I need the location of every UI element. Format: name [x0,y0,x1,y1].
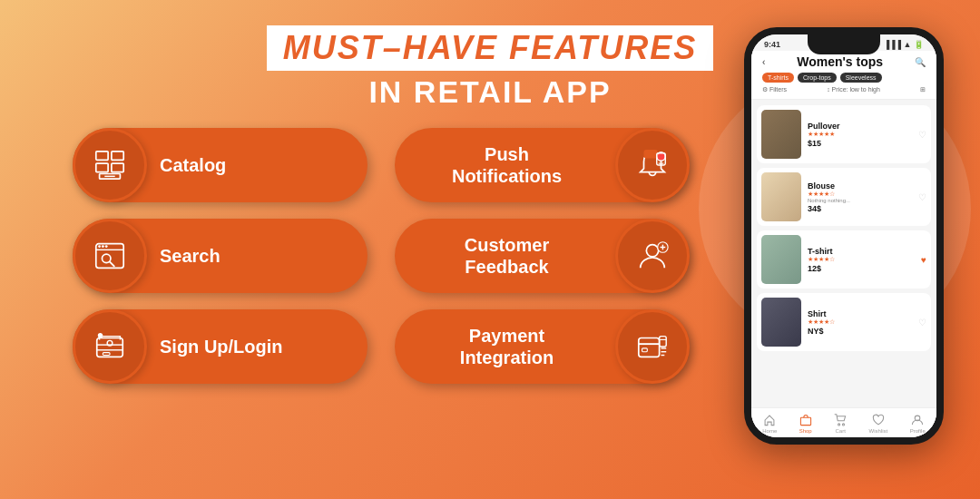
phone-mockup: 9:41 ▐▐▐ ▲ 🔋 ‹ Women's tops 🔍 T-shirts C… [735,27,953,472]
product-price: 12$ [808,264,835,273]
back-search-row: ‹ Women's tops 🔍 [762,54,926,69]
search-label: Search [147,245,237,267]
product-stars: ★★★★☆ [808,256,835,263]
catalog-label: Catalog [147,154,242,176]
product-name: Blouse [808,181,850,191]
bell-icon [635,148,670,182]
customer-feedback-icon-circle [615,219,690,293]
product-image-pullover [761,110,801,159]
login-icon [93,329,127,364]
svg-rect-35 [800,417,810,425]
product-image-blouse [761,172,801,221]
product-image-tshirt [761,235,801,284]
product-item-blouse[interactable]: Blouse ★★★★☆ Nothing nothing... 34$ ♡ [757,168,931,226]
product-item-shirt[interactable]: Shirt ★★★★☆ NY$ ♡ [757,293,931,351]
phone-frame: 9:41 ▐▐▐ ▲ 🔋 ‹ Women's tops 🔍 T-shirts C… [744,27,944,445]
svg-rect-3 [112,163,123,172]
feedback-icon [635,239,670,273]
tab-croptops[interactable]: Crop-tops [798,73,837,83]
svg-rect-1 [112,152,123,161]
phone-header: ‹ Women's tops 🔍 T-shirts Crop-tops Slee… [751,51,936,100]
back-button[interactable]: ‹ [762,57,765,67]
product-price: 34$ [808,204,850,213]
wishlist-icon[interactable]: ♡ [918,318,926,328]
time: 9:41 [764,40,780,49]
phone-screen: 9:41 ▐▐▐ ▲ 🔋 ‹ Women's tops 🔍 T-shirts C… [751,34,936,437]
signup-login-icon-circle [73,309,147,384]
wishlist-icon[interactable]: ♡ [918,130,926,140]
phone-screen-title: Women's tops [797,54,883,69]
product-name: Pullover [808,122,840,131]
catalog-icon-circle [73,128,147,202]
sort-row: ⚙ Filters ↕ Price: low to high ⊞ [762,86,926,93]
svg-rect-29 [642,348,648,352]
product-stars: ★★★★★ [808,131,840,138]
product-info-tshirt: T-shirt ★★★★☆ 12$ [808,247,835,273]
nav-cart[interactable]: Cart [834,414,847,434]
svg-rect-27 [639,338,660,357]
features-grid: Catalog PushNotifications [36,128,726,384]
feature-catalog[interactable]: Catalog [73,128,368,202]
feature-payment-integration[interactable]: PaymentIntegration [395,309,690,384]
feature-customer-feedback[interactable]: CustomerFeedback [395,219,690,293]
search-button[interactable]: 🔍 [915,57,926,67]
product-item-pullover[interactable]: Pullover ★★★★★ $15 ♡ [757,105,931,163]
product-info-pullover: Pullover ★★★★★ $15 [808,122,840,148]
push-notifications-label: PushNotifications [395,143,615,187]
customer-feedback-label: CustomerFeedback [395,234,615,278]
filter-label[interactable]: ⚙ Filters [762,86,787,93]
product-stars: ★★★★☆ [808,318,835,326]
nav-shop[interactable]: Shop [799,414,812,434]
svg-rect-0 [96,152,108,161]
product-price: $15 [808,139,840,148]
nav-wishlist[interactable]: Wishlist [869,414,888,434]
tab-tshirts[interactable]: T-shirts [762,73,794,83]
product-info-blouse: Blouse ★★★★☆ Nothing nothing... 34$ [808,181,850,213]
phone-navbar: Home Shop Cart Wishlist Profile [751,407,936,437]
product-info-shirt: Shirt ★★★★☆ NY$ [808,309,835,336]
view-toggle[interactable]: ⊞ [920,86,926,93]
search-icon-circle [73,219,147,293]
wishlist-icon[interactable]: ♡ [918,192,926,202]
product-name: T-shirt [808,247,835,256]
signal-icons: ▐▐▐ ▲ 🔋 [884,40,924,49]
svg-rect-7 [644,150,658,159]
push-notifications-icon-circle [615,128,690,202]
product-price: NY$ [808,327,835,336]
filter-tabs: T-shirts Crop-tops Sleeveless [762,73,926,83]
product-image-shirt [761,298,801,347]
tab-sleeveless[interactable]: Sleeveless [840,73,882,83]
phone-notch [808,34,880,54]
svg-point-36 [838,424,840,426]
product-stars: ★★★★☆ [808,191,850,198]
feature-signup-login[interactable]: Sign Up/Login [73,309,368,384]
payment-integration-icon-circle [615,309,690,384]
product-desc: Nothing nothing... [808,198,850,203]
nav-profile[interactable]: Profile [910,414,926,434]
svg-point-37 [843,424,845,426]
sort-label[interactable]: ↕ Price: low to high [827,86,880,93]
svg-point-17 [646,245,658,257]
svg-rect-25 [103,353,110,356]
nav-home[interactable]: Home [762,414,777,434]
product-item-tshirt[interactable]: T-shirt ★★★★☆ 12$ ♥ [757,230,931,289]
feature-search[interactable]: Search [73,219,368,293]
payment-integration-label: PaymentIntegration [395,325,615,368]
search-icon [93,239,127,273]
product-list: Pullover ★★★★★ $15 ♡ Blouse ★★★★☆ Nothin… [751,100,936,361]
title-line1: MUST–HAVE FEATURES [267,25,714,71]
catalog-icon [93,148,127,182]
wishlist-icon-filled[interactable]: ♥ [921,255,926,265]
svg-point-26 [99,334,103,338]
signup-login-label: Sign Up/Login [147,336,299,357]
svg-rect-2 [96,163,108,172]
svg-rect-30 [660,337,667,347]
product-name: Shirt [808,309,835,318]
payment-icon [635,329,670,364]
svg-line-13 [110,262,114,267]
feature-push-notifications[interactable]: PushNotifications [395,128,690,202]
